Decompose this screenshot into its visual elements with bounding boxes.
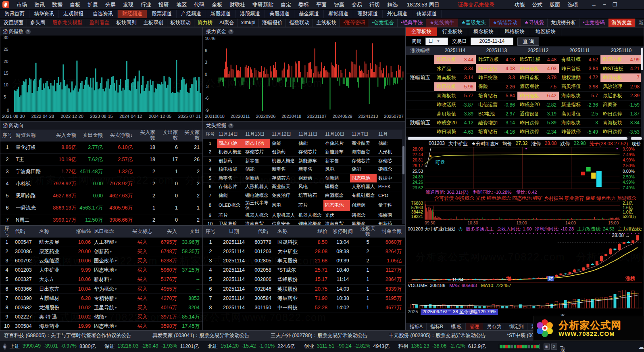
- tool-tab[interactable]: 主板双创: [140, 19, 167, 27]
- tool-tab[interactable]: •创竞组合: [369, 19, 398, 27]
- tool-tab[interactable]: •主竞密码: [579, 19, 608, 27]
- rank-cell[interactable]: 培育钻石-4.16: [476, 128, 517, 136]
- rank-cell[interactable]: 昨日跌停-2.34: [517, 128, 559, 136]
- back-icon[interactable]: ←: [588, 0, 600, 10]
- menu-item[interactable]: 行业: [137, 0, 155, 10]
- rank-cell[interactable]: 保险2.26: [476, 82, 517, 91]
- rank-cell[interactable]: 昨日连板4.08: [476, 64, 517, 73]
- menu-item[interactable]: 自定: [277, 0, 295, 10]
- rank-cell[interactable]: 海南板块-3: [559, 119, 600, 127]
- menu-item[interactable]: 自板: [66, 0, 84, 10]
- cloud-icon[interactable]: ☁: [638, 344, 644, 350]
- indicator-tab[interactable]: 指标B: [427, 323, 447, 330]
- indicator-tab[interactable]: 另存为: [483, 323, 505, 330]
- rank-row[interactable]: 涨幅前五海南板块3.14昨日突涨3.3昨日首板3.78股权激励4.72昨日连板7: [406, 73, 644, 82]
- index-quote[interactable]: 创业3111.51-90.24-2.82%4943亿: [304, 343, 390, 350]
- rank-cell[interactable]: 昨日连板3.44: [434, 55, 476, 64]
- table-row[interactable]: 4小棉袄7978.92万0.007978.92万202: [0, 178, 202, 190]
- menu-item[interactable]: 资讯: [31, 0, 48, 10]
- channel-tab[interactable]: 自选资讯: [88, 10, 118, 18]
- intraday-chart[interactable]: 盯盘: [425, 147, 620, 189]
- table-row[interactable]: 1固态电池固态电池储能储能存储芯片商业航天储能: [203, 139, 405, 148]
- tool-tab[interactable]: 多头鹰: [27, 19, 49, 27]
- table-row[interactable]: 8002682龙洲股份10.02卫星导航▾买入4016万3204: [0, 303, 202, 312]
- menu-item[interactable]: 选项: [564, 0, 581, 10]
- rank-cell[interactable]: 昨日连板7: [600, 73, 642, 82]
- channel-tab[interactable]: 宏观财报: [59, 10, 88, 18]
- ticker-item[interactable]: 容百科技 (688005)：关于与宁德时代签署合作协议的公告: [4, 332, 131, 339]
- table-row[interactable]: 2T王10.19亿7.62亿2.57亿181726: [0, 154, 202, 166]
- rank-cell[interactable]: 昨日连板4.03: [517, 64, 559, 73]
- indicator-tab[interactable]: 指标A: [406, 323, 427, 330]
- rank-cell[interactable]: 昨普跌停-5.49: [559, 128, 600, 136]
- ticker-item[interactable]: 丰元股份 (002805)：股票交易异常波动公告: [389, 332, 486, 339]
- rank-cell[interactable]: 电信运营-0.86: [476, 101, 517, 109]
- tool-tab[interactable]: 设置版面: [0, 19, 27, 27]
- rank-cell[interactable]: 高商誉-1.59: [600, 101, 642, 109]
- restore-icon[interactable]: ❐: [609, 0, 621, 10]
- menu-item[interactable]: 发现: [119, 0, 137, 10]
- table-row[interactable]: 120251114603778国晟科技8.5013:0456060万: [203, 238, 405, 247]
- channel-tab[interactable]: 美股频道: [265, 10, 294, 18]
- rank-cell[interactable]: 股权激励4.72: [559, 73, 600, 82]
- sector-tab[interactable]: 行业板块: [437, 27, 468, 36]
- rank-row[interactable]: 昨日连板5.96保险2.26酒店餐饮7.5高贝塔值3.98风沙治理2.98: [406, 82, 644, 91]
- table-row[interactable]: 220251114001203大中矿业28.0809:3828264万: [203, 247, 405, 256]
- rank-cell[interactable]: 昨收活跃-3.87: [434, 101, 476, 109]
- table-row[interactable]: 10300584海辰药业19.99固态电池▾买入3598万17.45万: [0, 322, 202, 330]
- rank-cell[interactable]: 有机硅概4.52: [559, 55, 600, 64]
- menu-item[interactable]: 全板: [208, 0, 226, 10]
- rank-cell[interactable]: 风沙治理2.98: [600, 82, 642, 91]
- table-row[interactable]: 8OLED概念第三代半导体风电芯片固态电池创新药量子科: [203, 200, 405, 211]
- table-row[interactable]: 5600327大东方10.06新材料▾买入5176万--: [0, 275, 202, 285]
- menu-item[interactable]: 交易: [348, 0, 366, 10]
- menu-item[interactable]: 财联社: [226, 0, 249, 10]
- rank-cell[interactable]: 青海板块5.77: [434, 92, 476, 100]
- dropdown-arrow-icon[interactable]: ▾: [105, 315, 107, 319]
- table-row[interactable]: 1量化打板8.86亿2.77亿6.10亿18621: [0, 142, 202, 154]
- rank-row[interactable]: 昨日连板3.44昨ST连板4.13昨ST连板4.48有机硅概4.52昨日连板4.…: [406, 55, 644, 64]
- rank-cell[interactable]: 昨日跌停-5.89: [517, 119, 559, 127]
- indicator-tab[interactable]: 管理: [466, 323, 483, 330]
- sector-tab[interactable]: 全部板块: [406, 27, 437, 36]
- index-quote[interactable]: 北证1514.20-15.42-1.01%224.6亿: [208, 343, 295, 350]
- tool-tab[interactable]: ★晋级龙头: [458, 19, 490, 27]
- table-row[interactable]: 10卫星导航海南自贸信息安全锂电池概念海南自贸氟概念创新药: [203, 220, 405, 225]
- menu-item[interactable]: 非研新贴: [249, 0, 277, 10]
- index-quote[interactable]: 上证3990.49-39.01-0.97%8380亿: [10, 343, 96, 350]
- table-row[interactable]: 720251114300584海辰药业71.9010:3815195万: [203, 294, 405, 303]
- rank-cell[interactable]: 昨日连板4.99: [600, 55, 642, 64]
- tool-tab[interactable]: 指数联动: [286, 19, 313, 27]
- help-icon[interactable]: ?: [228, 29, 233, 34]
- dropdown-arrow-icon[interactable]: ▾: [115, 259, 117, 263]
- table-row[interactable]: 2300086康芝药业20.00创新药▾买入6748万58.35万: [0, 247, 202, 256]
- table-row[interactable]: 6一瞬流光8869.13万4563.17万4305.96万111: [0, 202, 202, 214]
- rank-cell[interactable]: 昨日跌停-1.87: [600, 109, 642, 118]
- tradeday-input[interactable]: 2025-11-14: [471, 38, 513, 45]
- table-row[interactable]: 520251114002806华锋股份15.1711:1412864万: [203, 275, 405, 285]
- channel-tab[interactable]: 港股频道: [236, 10, 265, 18]
- table-row[interactable]: 3宁波桑田路1.77亿4511.48万1.32亿212: [0, 166, 202, 178]
- rank-row[interactable]: 水产品3.34昨日连板4.08昨日连板4.03昨日首板3.84昨ST连板4.21: [406, 64, 644, 73]
- rank-cell[interactable]: 青海板块-3.34: [600, 119, 642, 127]
- ticker-item[interactable]: 真爱美家 (003041)：股票交易异常波动公告: [152, 332, 250, 339]
- dropdown-arrow-icon[interactable]: ▾: [115, 240, 117, 244]
- channel-tab[interactable]: 期货频道: [324, 10, 353, 18]
- dropdown-arrow-icon[interactable]: ▾: [115, 324, 117, 328]
- tool-tab[interactable]: 股多龙头模型: [49, 19, 86, 27]
- channel-tab[interactable]: 资讯首页: [0, 10, 29, 18]
- rank-cell[interactable]: 酒店餐饮7.5: [517, 82, 559, 91]
- query-button[interactable]: 查 询: [517, 38, 539, 46]
- table-row[interactable]: 7N周二3999.17万12.50万3986.66万202: [0, 214, 202, 225]
- dropdown-arrow-icon[interactable]: ▾: [110, 277, 112, 281]
- ticker-item[interactable]: 三夫户外 (002780)：股票交易异常波动公告: [271, 332, 368, 339]
- channel-tab[interactable]: 债券频道: [412, 10, 442, 18]
- rank-cell[interactable]: 昨日跌停-3.53: [600, 128, 642, 136]
- table-row[interactable]: 9芯片机器人概念人形机器人机器人概念光伏磷概念海峡两: [203, 211, 405, 220]
- dropdown-arrow-icon[interactable]: ▾: [110, 249, 112, 254]
- channel-tab[interactable]: 理财频道: [353, 10, 383, 18]
- rank-cell[interactable]: 昨日首板3.84: [559, 64, 600, 73]
- menu-item[interactable]: 投研: [155, 0, 173, 10]
- rank-row[interactable]: 高贝塔值-3.89BC电池-2.97通信设备-3.19高贝塔值-2.5昨日跌停-…: [406, 109, 644, 118]
- rank-cell[interactable]: 昨ST连板4.21: [600, 64, 642, 73]
